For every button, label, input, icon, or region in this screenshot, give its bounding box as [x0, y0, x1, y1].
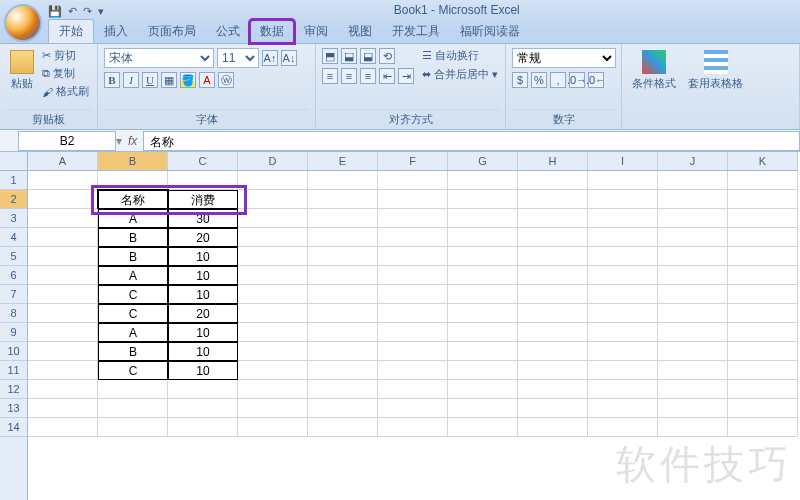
tab-公式[interactable]: 公式 — [206, 20, 250, 43]
cell-I13[interactable] — [588, 399, 658, 418]
cell-H2[interactable] — [518, 190, 588, 209]
cell-D9[interactable] — [238, 323, 308, 342]
cell-C7[interactable]: 10 — [168, 285, 238, 304]
align-center-icon[interactable]: ≡ — [341, 68, 357, 84]
cell-G5[interactable] — [448, 247, 518, 266]
cell-D3[interactable] — [238, 209, 308, 228]
col-header-B[interactable]: B — [98, 152, 168, 170]
cell-K12[interactable] — [728, 380, 798, 399]
tab-福昕阅读器[interactable]: 福昕阅读器 — [450, 20, 530, 43]
increase-decimal-icon[interactable]: .0→ — [569, 72, 585, 88]
cell-A2[interactable] — [28, 190, 98, 209]
cell-E4[interactable] — [308, 228, 378, 247]
save-icon[interactable]: 💾 — [48, 5, 62, 18]
cell-K6[interactable] — [728, 266, 798, 285]
decrease-font-icon[interactable]: A↓ — [281, 50, 297, 66]
cell-E13[interactable] — [308, 399, 378, 418]
cell-A10[interactable] — [28, 342, 98, 361]
cell-K2[interactable] — [728, 190, 798, 209]
cell-B4[interactable]: B — [98, 228, 168, 247]
row-header-7[interactable]: 7 — [0, 285, 27, 304]
cell-I9[interactable] — [588, 323, 658, 342]
cell-B14[interactable] — [98, 418, 168, 437]
cell-C6[interactable]: 10 — [168, 266, 238, 285]
cell-K4[interactable] — [728, 228, 798, 247]
cell-C8[interactable]: 20 — [168, 304, 238, 323]
cell-A11[interactable] — [28, 361, 98, 380]
cell-C11[interactable]: 10 — [168, 361, 238, 380]
tab-视图[interactable]: 视图 — [338, 20, 382, 43]
cell-D6[interactable] — [238, 266, 308, 285]
cell-G4[interactable] — [448, 228, 518, 247]
cell-E11[interactable] — [308, 361, 378, 380]
undo-icon[interactable]: ↶ — [68, 5, 77, 18]
cell-F1[interactable] — [378, 171, 448, 190]
cell-K10[interactable] — [728, 342, 798, 361]
cell-F3[interactable] — [378, 209, 448, 228]
cell-A7[interactable] — [28, 285, 98, 304]
cell-G2[interactable] — [448, 190, 518, 209]
cell-C14[interactable] — [168, 418, 238, 437]
indent-increase-icon[interactable]: ⇥ — [398, 68, 414, 84]
cell-I1[interactable] — [588, 171, 658, 190]
align-top-icon[interactable]: ⬒ — [322, 48, 338, 64]
align-right-icon[interactable]: ≡ — [360, 68, 376, 84]
cell-A6[interactable] — [28, 266, 98, 285]
underline-button[interactable]: U — [142, 72, 158, 88]
cell-G9[interactable] — [448, 323, 518, 342]
cell-H4[interactable] — [518, 228, 588, 247]
cell-C9[interactable]: 10 — [168, 323, 238, 342]
cell-I10[interactable] — [588, 342, 658, 361]
conditional-format-button[interactable]: 条件格式 — [628, 48, 680, 93]
tab-开始[interactable]: 开始 — [48, 19, 94, 43]
cell-E7[interactable] — [308, 285, 378, 304]
cell-E5[interactable] — [308, 247, 378, 266]
cell-H8[interactable] — [518, 304, 588, 323]
col-header-I[interactable]: I — [588, 152, 658, 170]
cell-J14[interactable] — [658, 418, 728, 437]
cell-E10[interactable] — [308, 342, 378, 361]
cell-G6[interactable] — [448, 266, 518, 285]
cell-C13[interactable] — [168, 399, 238, 418]
tab-页面布局[interactable]: 页面布局 — [138, 20, 206, 43]
cell-J1[interactable] — [658, 171, 728, 190]
cell-K13[interactable] — [728, 399, 798, 418]
cell-A5[interactable] — [28, 247, 98, 266]
cell-H7[interactable] — [518, 285, 588, 304]
cell-C10[interactable]: 10 — [168, 342, 238, 361]
col-header-E[interactable]: E — [308, 152, 378, 170]
cell-K11[interactable] — [728, 361, 798, 380]
cell-A8[interactable] — [28, 304, 98, 323]
cell-B9[interactable]: A — [98, 323, 168, 342]
row-header-12[interactable]: 12 — [0, 380, 27, 399]
cell-F9[interactable] — [378, 323, 448, 342]
tab-数据[interactable]: 数据 — [250, 20, 294, 43]
cell-A4[interactable] — [28, 228, 98, 247]
formula-input[interactable]: 名称 — [143, 131, 800, 151]
cell-F11[interactable] — [378, 361, 448, 380]
cell-J3[interactable] — [658, 209, 728, 228]
decrease-decimal-icon[interactable]: .0← — [588, 72, 604, 88]
cell-H3[interactable] — [518, 209, 588, 228]
cell-E6[interactable] — [308, 266, 378, 285]
font-color-button[interactable]: A — [199, 72, 215, 88]
cell-I4[interactable] — [588, 228, 658, 247]
cell-H9[interactable] — [518, 323, 588, 342]
fill-color-button[interactable]: 🪣 — [180, 72, 196, 88]
fx-icon[interactable]: fx — [128, 134, 137, 148]
cell-E9[interactable] — [308, 323, 378, 342]
cell-F10[interactable] — [378, 342, 448, 361]
cell-D8[interactable] — [238, 304, 308, 323]
cell-J11[interactable] — [658, 361, 728, 380]
cell-D2[interactable] — [238, 190, 308, 209]
cell-B13[interactable] — [98, 399, 168, 418]
cell-I2[interactable] — [588, 190, 658, 209]
cell-A13[interactable] — [28, 399, 98, 418]
cut-button[interactable]: ✂剪切 — [42, 48, 89, 63]
dropdown-icon[interactable]: ▾ — [116, 134, 122, 148]
cell-G3[interactable] — [448, 209, 518, 228]
cell-K3[interactable] — [728, 209, 798, 228]
cell-J2[interactable] — [658, 190, 728, 209]
cell-G8[interactable] — [448, 304, 518, 323]
cell-F5[interactable] — [378, 247, 448, 266]
